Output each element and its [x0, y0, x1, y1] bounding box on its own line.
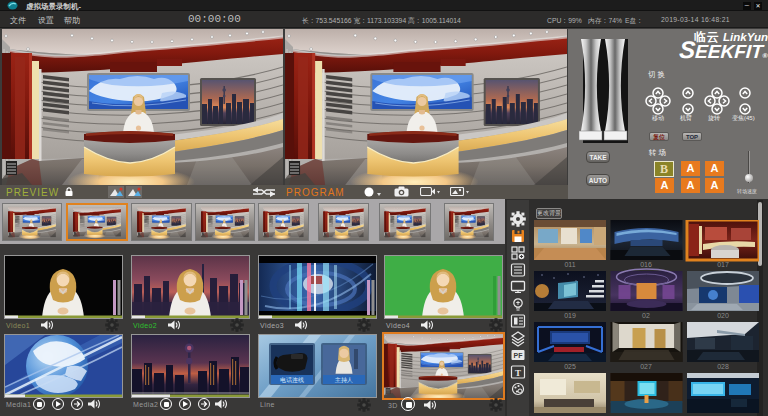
svg-text:电话连线: 电话连线 — [280, 377, 304, 384]
svg-text:主持人: 主持人 — [335, 376, 353, 384]
svg-text:PF: PF — [514, 352, 524, 359]
svg-text:T: T — [515, 368, 521, 378]
